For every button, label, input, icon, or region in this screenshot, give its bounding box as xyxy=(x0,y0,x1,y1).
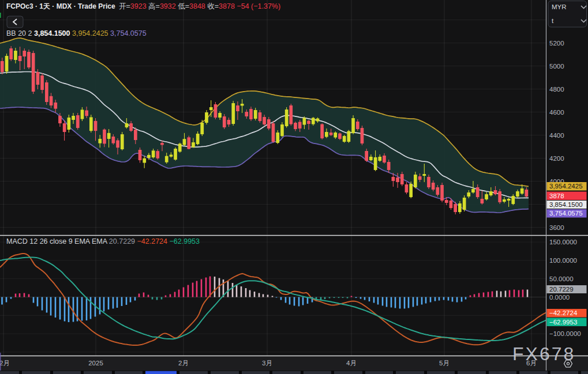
svg-text:2月: 2月 xyxy=(0,360,10,367)
svg-text:2月: 2月 xyxy=(178,360,189,367)
svg-text:4200: 4200 xyxy=(549,155,564,162)
svg-text:100.0000: 100.0000 xyxy=(549,257,577,264)
svg-text:150.0000: 150.0000 xyxy=(549,239,577,245)
svg-text:3,954.2425: 3,954.2425 xyxy=(549,183,583,190)
svg-text:MYR: MYR xyxy=(552,3,567,10)
svg-text:3月: 3月 xyxy=(262,360,272,367)
svg-text:5月: 5月 xyxy=(439,360,450,367)
svg-text:3600: 3600 xyxy=(549,224,564,231)
svg-text:MACD 12 26 close 9 EMA EMA 20: MACD 12 26 close 9 EMA EMA 20.7229 −42.2… xyxy=(6,237,200,245)
svg-text:20.7229: 20.7229 xyxy=(549,286,574,293)
svg-text:5000: 5000 xyxy=(549,63,564,70)
svg-text:开=3923 高=3932 低=3848 收=3878 −5: 开=3923 高=3932 低=3848 收=3878 −54 (−1.37%) xyxy=(119,2,280,10)
svg-text:3,754.0575: 3,754.0575 xyxy=(549,210,583,217)
svg-text:−100.0000: −100.0000 xyxy=(549,330,581,337)
svg-text:3,854.1500: 3,854.1500 xyxy=(549,201,583,208)
svg-text:3878: 3878 xyxy=(549,192,564,199)
svg-text:BB 20 2 3,854.1500 3,954.242: BB 20 2 3,854.1500 3,954.2425 3,754.0575 xyxy=(6,29,147,37)
svg-text:4400: 4400 xyxy=(549,132,564,139)
svg-text:4800: 4800 xyxy=(549,86,564,93)
svg-text:50.0000: 50.0000 xyxy=(549,275,574,282)
svg-text:0.0000: 0.0000 xyxy=(549,294,570,301)
svg-text:2025: 2025 xyxy=(88,360,103,367)
svg-text:4600: 4600 xyxy=(549,109,564,116)
svg-text:4月: 4月 xyxy=(346,360,357,367)
svg-text:FCPOc3 · 1天 · MDX · Trade Pric: FCPOc3 · 1天 · MDX · Trade Price xyxy=(6,2,115,10)
svg-text:−62.9953: −62.9953 xyxy=(549,319,577,326)
svg-text:−42.2724: −42.2724 xyxy=(549,309,578,316)
svg-text:5200: 5200 xyxy=(549,40,564,47)
svg-text:FX678: FX678 xyxy=(512,343,575,364)
